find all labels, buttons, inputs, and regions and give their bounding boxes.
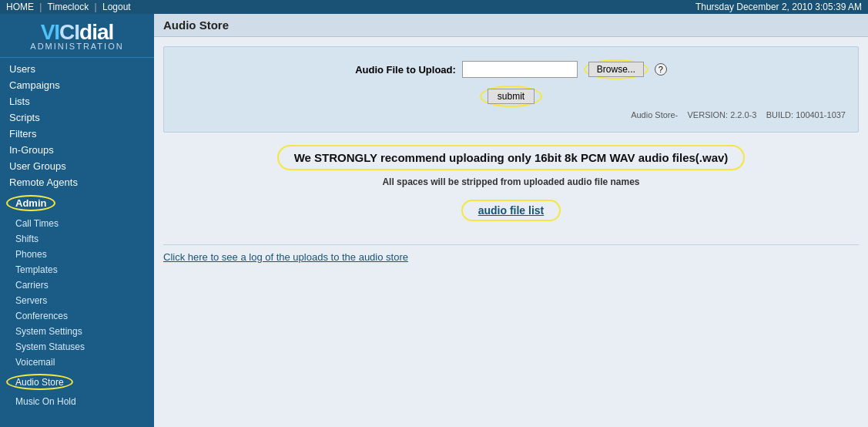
- help-icon[interactable]: ?: [655, 63, 667, 76]
- sidebar-item-usergroups[interactable]: User Groups: [0, 158, 154, 174]
- sidebar-item-systemsettings[interactable]: System Settings: [0, 324, 154, 339]
- upload-file-input[interactable]: [462, 61, 578, 78]
- sidebar-item-filters[interactable]: Filters: [0, 126, 154, 142]
- audio-store-wrap: Audio Store: [0, 373, 154, 391]
- version-text: Audio Store-: [631, 110, 678, 119]
- submit-btn-oval: submit: [480, 86, 542, 107]
- version-num: VERSION: 2.2.0-3: [688, 110, 757, 119]
- sidebar-item-users[interactable]: Users: [0, 61, 154, 77]
- admin-label: ADMINISTRATION: [6, 42, 148, 51]
- build-num: BUILD: 100401-1037: [766, 110, 846, 119]
- sidebar-item-voicemail[interactable]: Voicemail: [0, 355, 154, 370]
- sidebar-item-calltimes[interactable]: Call Times: [0, 216, 154, 231]
- version-info: Audio Store- VERSION: 2.2.0-3 BUILD: 100…: [176, 110, 846, 119]
- log-link[interactable]: Click here to see a log of the uploads t…: [163, 251, 408, 263]
- datetime-display: Thursday December 2, 2010 3:05:39 AM: [695, 2, 862, 12]
- timeclock-link[interactable]: Timeclock: [48, 2, 89, 12]
- sidebar-item-servers[interactable]: Servers: [0, 293, 154, 308]
- sidebar-logo: VICIdial ADMINISTRATION: [0, 14, 154, 58]
- page-title: Audio Store: [154, 14, 868, 37]
- audio-store-oval: Audio Store: [6, 374, 73, 390]
- sidebar-item-lists[interactable]: Lists: [0, 93, 154, 109]
- submit-row: submit: [176, 86, 846, 107]
- sidebar-item-templates[interactable]: Templates: [0, 262, 154, 277]
- admin-oval: Admin: [6, 195, 55, 211]
- sidebar-item-systemstatuses[interactable]: System Statuses: [0, 339, 154, 355]
- sidebar-item-admin[interactable]: Admin: [12, 197, 49, 210]
- main-content: Audio Store Audio File to Upload: Browse…: [154, 14, 868, 427]
- submit-button[interactable]: submit: [488, 89, 535, 104]
- sidebar: VICIdial ADMINISTRATION Users Campaigns …: [0, 14, 154, 427]
- recommend-text: We STRONGLY recommend uploading only 16b…: [294, 151, 729, 164]
- top-bar: HOME | Timeclock | Logout Thursday Decem…: [0, 0, 868, 14]
- browse-btn-oval: Browse...: [584, 59, 648, 79]
- sidebar-item-remoteagents[interactable]: Remote Agents: [0, 174, 154, 190]
- logout-link[interactable]: Logout: [102, 2, 131, 12]
- upload-row: Audio File to Upload: Browse... ?: [176, 59, 846, 79]
- sidebar-item-scripts[interactable]: Scripts: [0, 109, 154, 126]
- sidebar-item-ingroups[interactable]: In-Groups: [0, 142, 154, 158]
- sidebar-nav-sub: Call Times Shifts Phones Templates Carri…: [0, 213, 154, 373]
- sidebar-item-campaigns[interactable]: Campaigns: [0, 77, 154, 93]
- audio-file-list-link[interactable]: audio file list: [478, 204, 545, 217]
- upload-box: Audio File to Upload: Browse... ? submit…: [163, 46, 859, 133]
- home-link[interactable]: HOME: [6, 2, 34, 12]
- log-link-section: Click here to see a log of the uploads t…: [163, 244, 859, 263]
- admin-section: Admin: [0, 193, 154, 213]
- audio-list-oval: audio file list: [461, 200, 561, 221]
- upload-label: Audio File to Upload:: [355, 64, 456, 76]
- recommend-oval: We STRONGLY recommend uploading only 16b…: [277, 145, 746, 170]
- sidebar-nav-moh: Music On Hold: [0, 391, 154, 412]
- sidebar-item-carriers[interactable]: Carriers: [0, 277, 154, 293]
- sidebar-nav-main: Users Campaigns Lists Scripts Filters In…: [0, 58, 154, 193]
- sidebar-item-phones[interactable]: Phones: [0, 247, 154, 262]
- browse-button[interactable]: Browse...: [588, 62, 644, 77]
- sidebar-item-musiconhold[interactable]: Music On Hold: [0, 394, 154, 409]
- spaces-note: All spaces will be stripped from uploade…: [154, 177, 868, 187]
- audio-file-list-section: audio file list: [154, 200, 868, 221]
- sidebar-item-shifts[interactable]: Shifts: [0, 231, 154, 247]
- top-nav: HOME | Timeclock | Logout: [6, 2, 134, 12]
- sidebar-item-conferences[interactable]: Conferences: [0, 308, 154, 324]
- recommend-section: We STRONGLY recommend uploading only 16b…: [163, 145, 859, 170]
- sidebar-item-audiostore[interactable]: Audio Store: [12, 376, 67, 388]
